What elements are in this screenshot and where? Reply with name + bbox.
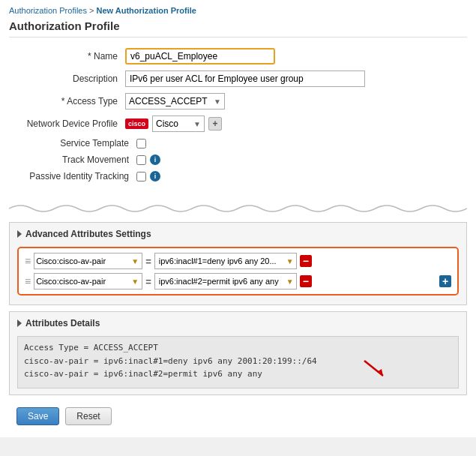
service-template-label: Service Template: [16, 138, 136, 148]
attributes-line-1: Access Type = ACCESS_ACCEPT: [24, 341, 452, 355]
network-device-row: Network Device Profile cisco Cisco ▼ +: [9, 116, 467, 132]
breadcrumb-separator: >: [89, 6, 96, 15]
access-type-label: * Access Type: [16, 96, 125, 106]
access-type-row: * Access Type ACCESS_ACCEPT ACCESS_REJEC…: [9, 93, 467, 110]
advanced-attributes-section: Advanced Attributes Settings ≡ Cisco:cis…: [9, 222, 467, 305]
drag-handle-1[interactable]: ≡: [25, 255, 31, 267]
service-template-checkbox[interactable]: [136, 139, 146, 148]
authorization-profile-form: * Name Description * Access Type ACCESS_…: [9, 45, 467, 195]
passive-identity-info-icon: i: [150, 171, 160, 182]
save-button[interactable]: Save: [16, 407, 59, 425]
reset-button[interactable]: Reset: [65, 407, 111, 425]
description-label: Description: [16, 74, 125, 84]
av-pair-value-input-1[interactable]: [154, 253, 297, 269]
remove-av-pair-button-2[interactable]: −: [300, 275, 312, 287]
access-type-select-wrapper: ACCESS_ACCEPT ACCESS_REJECT ▼: [125, 93, 225, 110]
equals-sign-1: =: [145, 256, 151, 267]
av-pair-attribute-select-2[interactable]: Cisco:cisco-av-pair: [34, 273, 142, 290]
drag-handle-2[interactable]: ≡: [25, 275, 31, 287]
attributes-content: Access Type = ACCESS_ACCEPT cisco-av-pai…: [17, 336, 459, 388]
av-pair-container: ≡ Cisco:cisco-av-pair ▼ = ▼ − ≡: [17, 247, 459, 296]
breadcrumb-parent-link[interactable]: Authorization Profiles: [9, 6, 87, 15]
passive-identity-controls: i: [136, 171, 160, 182]
add-av-pair-button[interactable]: +: [439, 275, 451, 287]
attributes-details-section: Attributes Details Access Type = ACCESS_…: [9, 311, 467, 395]
av-pair-row-1: ≡ Cisco:cisco-av-pair ▼ = ▼ −: [25, 253, 451, 269]
network-device-label: Network Device Profile: [16, 118, 125, 129]
description-row: Description: [9, 70, 467, 87]
equals-sign-2: =: [145, 276, 151, 287]
remove-av-pair-button-1[interactable]: −: [300, 255, 312, 267]
access-type-select[interactable]: ACCESS_ACCEPT ACCESS_REJECT: [125, 93, 225, 110]
breadcrumb: Authorization Profiles > New Authorizati…: [9, 6, 467, 15]
svg-marker-1: [377, 369, 383, 376]
page-title: Authorization Profile: [9, 20, 467, 38]
advanced-attributes-header: Advanced Attributes Settings: [17, 229, 459, 239]
passive-identity-checkbox[interactable]: [136, 172, 146, 182]
name-row: * Name: [9, 48, 467, 64]
av-pair-value-select-wrapper-2: ▼: [154, 273, 297, 290]
attributes-details-title: Attributes Details: [25, 318, 100, 328]
track-movement-row: Track Movement i: [9, 154, 467, 165]
av-pair-attribute-select-1[interactable]: Cisco:cisco-av-pair: [34, 253, 142, 269]
av-pair-attribute-select-wrapper-1: Cisco:cisco-av-pair ▼: [34, 253, 142, 269]
service-template-controls: [136, 139, 146, 148]
cisco-select-wrapper: Cisco ▼: [152, 116, 205, 132]
cisco-logo: cisco: [125, 118, 148, 129]
attributes-collapse-icon[interactable]: [17, 320, 22, 327]
av-pair-row-2: ≡ Cisco:cisco-av-pair ▼ = ▼ − +: [25, 273, 451, 290]
network-device-controls: cisco Cisco ▼ +: [125, 116, 222, 132]
track-movement-checkbox[interactable]: [136, 155, 146, 165]
breadcrumb-current: New Authorization Profile: [97, 6, 196, 15]
passive-identity-row: Passive Identity Tracking i: [9, 171, 467, 182]
av-pair-value-input-2[interactable]: [154, 273, 297, 290]
av-pair-value-select-wrapper-1: ▼: [154, 253, 297, 269]
cisco-select[interactable]: Cisco: [152, 116, 205, 132]
service-template-row: Service Template: [9, 138, 467, 148]
wavy-divider: [9, 201, 467, 216]
add-network-device-button[interactable]: +: [208, 117, 222, 130]
track-movement-label: Track Movement: [16, 154, 136, 165]
footer-buttons: Save Reset: [9, 401, 467, 428]
advanced-attributes-title: Advanced Attributes Settings: [25, 229, 151, 239]
name-label: * Name: [16, 51, 125, 62]
collapse-triangle-icon[interactable]: [17, 230, 22, 238]
track-movement-info-icon: i: [150, 154, 160, 165]
attributes-details-header: Attributes Details: [17, 318, 459, 328]
red-arrow-indicator: [361, 357, 398, 384]
av-pair-attribute-select-wrapper-2: Cisco:cisco-av-pair ▼: [34, 273, 142, 290]
track-movement-controls: i: [136, 154, 160, 165]
passive-identity-label: Passive Identity Tracking: [16, 171, 136, 182]
name-input[interactable]: [125, 48, 275, 64]
description-input[interactable]: [125, 70, 365, 87]
